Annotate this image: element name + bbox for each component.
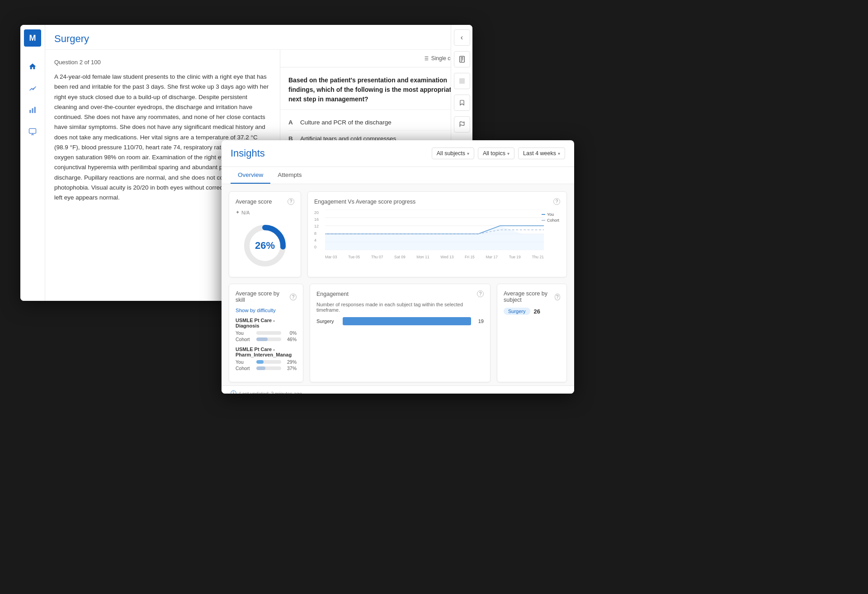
engagement-description: Number of responses made in each subject… — [316, 302, 484, 313]
subject-score-title: Average score by subject ? — [504, 290, 560, 303]
skill-cohort-fill-1 — [256, 337, 268, 341]
answer-header: Single correct — [280, 50, 472, 67]
engagement-card: Engagement ? Number of responses made in… — [310, 284, 491, 382]
info-icon[interactable]: ? — [288, 198, 294, 205]
engagement-title: Engagement ? — [316, 290, 484, 297]
skill-you-row-2: You 29% — [236, 359, 297, 365]
skill-cohort-label-2: Cohort — [236, 366, 254, 371]
filter-timeframe[interactable]: Last 4 weeks ▾ — [518, 147, 565, 159]
svg-rect-3 — [29, 128, 36, 133]
sidebar: M — [20, 25, 45, 301]
chevron-down-icon: ▾ — [558, 151, 560, 156]
skill-name-2: USMLE Pt Care - Pharm_Interven_Manag — [236, 347, 297, 357]
engagement-bar-row: Surgery 19 — [316, 317, 484, 325]
skill-you-fill-2 — [256, 360, 264, 364]
skill-you-pct-2: 29% — [284, 359, 297, 365]
skill-cohort-fill-2 — [256, 366, 265, 370]
chart-y-axis: 20 16 12 8 4 0 — [314, 209, 324, 250]
toolbar-back-btn[interactable]: ‹ — [454, 29, 470, 46]
insights-tabs: Overview Attempts — [222, 167, 574, 184]
toolbar-bookmark-btn[interactable] — [454, 95, 470, 111]
skill-you-row-1: You 0% — [236, 330, 297, 336]
engagement-subject-label: Surgery — [316, 318, 339, 324]
tab-attempts[interactable]: Attempts — [270, 167, 309, 184]
subject-score-value: 26 — [534, 308, 540, 315]
filter-subjects[interactable]: All subjects ▾ — [432, 147, 474, 159]
top-bar: Surgery — [45, 25, 472, 50]
skill-cohort-row-2: Cohort 37% — [236, 366, 297, 371]
sidebar-icon-home[interactable] — [26, 60, 39, 73]
skill-you-label-2: You — [236, 359, 254, 365]
chevron-down-icon: ▾ — [507, 151, 509, 156]
tab-overview[interactable]: Overview — [231, 167, 270, 184]
svg-marker-25 — [325, 226, 544, 250]
page-title: Surgery — [54, 33, 463, 45]
option-letter-a: A — [288, 119, 296, 126]
chart-title: Engagement Vs Average score progress ? — [314, 198, 560, 205]
insights-header: Insights All subjects ▾ All topics ▾ Las… — [222, 140, 574, 167]
subject-tag: Surgery — [504, 308, 530, 315]
svg-rect-2 — [34, 107, 36, 113]
line-chart-svg — [325, 209, 544, 250]
skill-cohort-label-1: Cohort — [236, 337, 254, 342]
svg-rect-1 — [32, 108, 33, 113]
legend-you-line — [542, 214, 545, 215]
donut-value: 26% — [255, 240, 275, 252]
insights-window: Insights All subjects ▾ All topics ▾ Las… — [222, 140, 574, 394]
skills-info-icon[interactable]: ? — [290, 294, 297, 300]
engagement-bar — [343, 317, 471, 325]
legend-you: You — [542, 212, 559, 217]
subject-score-card: Average score by subject ? Surgery 26 — [497, 284, 567, 382]
skill-you-pct-1: 0% — [284, 330, 297, 336]
sidebar-icon-chart[interactable] — [26, 82, 39, 95]
skill-name-1: USMLE Pt Care - Diagnosis — [236, 318, 297, 328]
skill-you-label-1: You — [236, 330, 254, 336]
skill-item-diagnosis: USMLE Pt Care - Diagnosis You 0% Cohort — [236, 318, 297, 342]
skill-cohort-bar-2 — [256, 366, 281, 370]
show-difficulty-link[interactable]: Show by difficulty — [236, 308, 297, 313]
insights-title: Insights — [231, 147, 265, 159]
skill-cohort-pct-1: 46% — [284, 337, 297, 342]
average-score-title: Average score ? — [236, 198, 294, 205]
chart-legend: You Cohort — [542, 212, 559, 223]
engagement-bar-value: 19 — [478, 318, 484, 324]
svg-rect-15 — [459, 78, 465, 84]
subject-info-icon[interactable]: ? — [555, 294, 560, 300]
sidebar-icon-desktop[interactable] — [26, 125, 39, 138]
skill-cohort-bar-1 — [256, 337, 281, 341]
app-logo[interactable]: M — [24, 29, 41, 47]
legend-cohort-line — [542, 220, 545, 221]
toolbar-notes-btn[interactable] — [454, 73, 470, 89]
toolbar-flag-btn[interactable] — [454, 116, 470, 133]
score-na: ✦ N/A — [236, 209, 294, 215]
footer-bar: ⓘ Last updated: 2 minutes ago — [222, 385, 574, 394]
skill-cohort-pct-2: 37% — [284, 366, 297, 371]
svg-rect-0 — [29, 110, 31, 113]
insights-body: Average score ? ✦ N/A 26% — [222, 184, 574, 385]
engagement-info-icon[interactable]: ? — [477, 290, 484, 297]
footer-text: Last updated: 2 minutes ago — [239, 391, 302, 394]
average-score-card: Average score ? ✦ N/A 26% — [229, 191, 301, 277]
skill-cohort-row-1: Cohort 46% — [236, 337, 297, 342]
chart-info-icon[interactable]: ? — [553, 198, 560, 205]
chevron-down-icon: ▾ — [467, 151, 469, 156]
skill-item-pharm: USMLE Pt Care - Pharm_Interven_Manag You… — [236, 347, 297, 371]
toolbar-calc-btn[interactable] — [454, 51, 470, 67]
legend-cohort: Cohort — [542, 218, 559, 223]
donut-chart: 26% — [240, 221, 290, 271]
question-number: Question 2 of 100 — [54, 59, 271, 66]
option-text-a: Culture and PCR of the discharge — [300, 119, 392, 126]
filter-topics[interactable]: All topics ▾ — [478, 147, 514, 159]
subject-score-row: Surgery 26 — [504, 308, 560, 315]
question-prompt: Based on the patient's presentation and … — [280, 67, 472, 110]
answer-option-a[interactable]: A Culture and PCR of the discharge — [288, 114, 464, 131]
insights-filters: All subjects ▾ All topics ▾ Last 4 weeks… — [432, 147, 565, 159]
footer-info-icon: ⓘ — [231, 390, 236, 394]
insights-row-2: Average score by skill ? Show by difficu… — [229, 284, 567, 382]
skills-card: Average score by skill ? Show by difficu… — [229, 284, 303, 382]
skills-title: Average score by skill ? — [236, 290, 297, 303]
skill-you-bar-2 — [256, 360, 281, 364]
chart-card: Engagement Vs Average score progress ? 2… — [307, 191, 567, 277]
chart-x-axis: Mar 03 Tue 05 Thu 07 Sat 09 Mon 11 Wed 1… — [325, 255, 544, 259]
sidebar-icon-bar[interactable] — [26, 104, 39, 116]
